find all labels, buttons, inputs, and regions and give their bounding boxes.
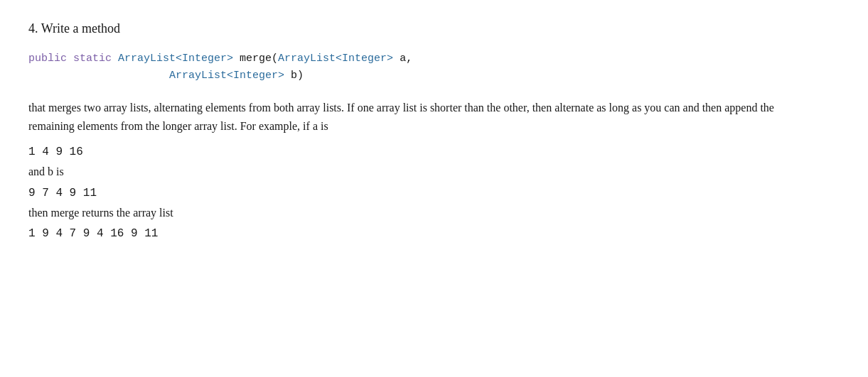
example-b-numbers: 9 7 4 9 11 — [28, 187, 97, 200]
example-b-intro: and b is — [28, 163, 840, 181]
result-intro: then merge returns the array list — [28, 204, 840, 222]
param2-name: b) — [284, 70, 304, 82]
example-a-numbers: 1 4 9 16 — [28, 146, 83, 158]
result-numbers: 1 9 4 7 9 4 16 9 11 — [28, 227, 158, 240]
paren-open: ( — [272, 53, 278, 65]
return-type: ArrayList<Integer> — [118, 53, 233, 65]
keyword-public-static: public static — [28, 53, 118, 65]
code-line-2: ArrayList<Integer> b) — [28, 67, 840, 84]
description-text: that merges two array lists, alternating… — [28, 99, 810, 136]
result-value: 1 9 4 7 9 4 16 9 11 — [28, 224, 840, 243]
param1-type: ArrayList<Integer> — [278, 53, 393, 65]
example-a-value: 1 4 9 16 — [28, 142, 840, 161]
param2-type: ArrayList<Integer> — [169, 70, 284, 82]
method-name: merge — [233, 53, 272, 65]
param1-name: a, — [393, 53, 412, 65]
example-b-value: 9 7 4 9 11 — [28, 183, 840, 202]
question-number: 4. Write a method — [28, 21, 840, 36]
code-line-1: public static ArrayList<Integer> merge(A… — [28, 50, 840, 67]
code-block: public static ArrayList<Integer> merge(A… — [28, 50, 840, 84]
